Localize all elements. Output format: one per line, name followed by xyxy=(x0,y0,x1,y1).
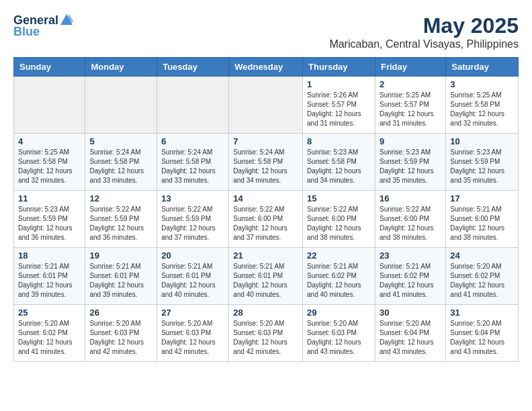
day-cell: 24Sunrise: 5:20 AM Sunset: 6:02 PM Dayli… xyxy=(446,248,519,305)
week-row-3: 11Sunrise: 5:23 AM Sunset: 5:59 PM Dayli… xyxy=(14,191,519,248)
day-cell: 11Sunrise: 5:23 AM Sunset: 5:59 PM Dayli… xyxy=(14,191,85,248)
day-cell: 2Sunrise: 5:25 AM Sunset: 5:57 PM Daylig… xyxy=(375,77,445,134)
day-number: 6 xyxy=(161,136,224,146)
day-cell: 19Sunrise: 5:21 AM Sunset: 6:01 PM Dayli… xyxy=(85,248,157,305)
day-number: 31 xyxy=(450,308,514,318)
main-title: May 2025 xyxy=(329,13,519,38)
day-cell: 5Sunrise: 5:24 AM Sunset: 5:58 PM Daylig… xyxy=(85,134,157,191)
day-number: 12 xyxy=(89,193,152,203)
day-info: Sunrise: 5:20 AM Sunset: 6:04 PM Dayligh… xyxy=(450,319,514,357)
title-area: May 2025 Maricaban, Central Visayas, Phi… xyxy=(329,13,519,50)
day-number: 25 xyxy=(18,308,81,318)
calendar-table: SundayMondayTuesdayWednesdayThursdayFrid… xyxy=(13,57,519,362)
day-cell xyxy=(229,77,303,134)
day-cell: 26Sunrise: 5:20 AM Sunset: 6:03 PM Dayli… xyxy=(85,305,157,362)
day-info: Sunrise: 5:23 AM Sunset: 5:59 PM Dayligh… xyxy=(380,148,441,185)
day-cell: 27Sunrise: 5:20 AM Sunset: 6:03 PM Dayli… xyxy=(157,305,229,362)
day-cell: 12Sunrise: 5:22 AM Sunset: 5:59 PM Dayli… xyxy=(85,191,157,248)
day-number: 18 xyxy=(18,250,81,261)
logo-blue-text: Blue xyxy=(13,25,40,39)
day-number: 3 xyxy=(450,79,514,89)
day-cell: 9Sunrise: 5:23 AM Sunset: 5:59 PM Daylig… xyxy=(375,134,445,191)
day-info: Sunrise: 5:23 AM Sunset: 5:58 PM Dayligh… xyxy=(307,148,371,185)
column-header-sunday: Sunday xyxy=(14,58,85,77)
column-header-saturday: Saturday xyxy=(446,58,519,77)
day-cell: 3Sunrise: 5:25 AM Sunset: 5:58 PM Daylig… xyxy=(446,77,519,134)
day-cell: 14Sunrise: 5:22 AM Sunset: 6:00 PM Dayli… xyxy=(229,191,303,248)
day-info: Sunrise: 5:25 AM Sunset: 5:58 PM Dayligh… xyxy=(450,91,514,128)
day-info: Sunrise: 5:20 AM Sunset: 6:02 PM Dayligh… xyxy=(18,319,81,357)
day-info: Sunrise: 5:22 AM Sunset: 6:00 PM Dayligh… xyxy=(233,205,298,242)
day-info: Sunrise: 5:22 AM Sunset: 6:00 PM Dayligh… xyxy=(307,205,371,242)
day-info: Sunrise: 5:23 AM Sunset: 5:59 PM Dayligh… xyxy=(450,148,514,185)
day-cell: 20Sunrise: 5:21 AM Sunset: 6:01 PM Dayli… xyxy=(157,248,229,305)
day-cell: 25Sunrise: 5:20 AM Sunset: 6:02 PM Dayli… xyxy=(14,305,85,362)
day-number: 19 xyxy=(89,250,152,261)
day-info: Sunrise: 5:20 AM Sunset: 6:03 PM Dayligh… xyxy=(161,319,224,357)
logo-icon xyxy=(59,13,74,28)
day-info: Sunrise: 5:24 AM Sunset: 5:58 PM Dayligh… xyxy=(89,148,152,185)
day-cell: 15Sunrise: 5:22 AM Sunset: 6:00 PM Dayli… xyxy=(303,191,375,248)
day-cell xyxy=(14,77,85,134)
day-info: Sunrise: 5:24 AM Sunset: 5:58 PM Dayligh… xyxy=(161,148,224,185)
day-info: Sunrise: 5:26 AM Sunset: 5:57 PM Dayligh… xyxy=(307,91,371,128)
day-info: Sunrise: 5:21 AM Sunset: 6:02 PM Dayligh… xyxy=(307,262,371,300)
header-row: SundayMondayTuesdayWednesdayThursdayFrid… xyxy=(14,58,519,77)
day-info: Sunrise: 5:20 AM Sunset: 6:04 PM Dayligh… xyxy=(380,319,441,357)
day-info: Sunrise: 5:20 AM Sunset: 6:03 PM Dayligh… xyxy=(307,319,371,357)
day-number: 9 xyxy=(380,136,441,146)
day-number: 26 xyxy=(89,308,152,318)
day-info: Sunrise: 5:21 AM Sunset: 6:01 PM Dayligh… xyxy=(161,262,224,300)
day-cell: 23Sunrise: 5:21 AM Sunset: 6:02 PM Dayli… xyxy=(375,248,445,305)
week-row-2: 4Sunrise: 5:25 AM Sunset: 5:58 PM Daylig… xyxy=(14,134,519,191)
day-cell: 21Sunrise: 5:21 AM Sunset: 6:01 PM Dayli… xyxy=(229,248,303,305)
day-number: 7 xyxy=(233,136,298,146)
day-info: Sunrise: 5:22 AM Sunset: 5:59 PM Dayligh… xyxy=(89,205,152,242)
day-number: 2 xyxy=(380,79,441,89)
day-number: 27 xyxy=(161,308,224,318)
day-number: 17 xyxy=(450,193,514,203)
column-header-thursday: Thursday xyxy=(303,58,375,77)
subtitle: Maricaban, Central Visayas, Philippines xyxy=(329,38,519,50)
day-cell: 22Sunrise: 5:21 AM Sunset: 6:02 PM Dayli… xyxy=(303,248,375,305)
day-info: Sunrise: 5:21 AM Sunset: 6:01 PM Dayligh… xyxy=(233,262,298,300)
day-cell xyxy=(157,77,229,134)
day-number: 1 xyxy=(307,79,371,89)
day-info: Sunrise: 5:20 AM Sunset: 6:02 PM Dayligh… xyxy=(450,262,514,300)
day-info: Sunrise: 5:25 AM Sunset: 5:57 PM Dayligh… xyxy=(380,91,441,128)
column-header-friday: Friday xyxy=(375,58,445,77)
day-number: 5 xyxy=(89,136,152,146)
day-info: Sunrise: 5:22 AM Sunset: 6:00 PM Dayligh… xyxy=(380,205,441,242)
day-cell: 28Sunrise: 5:20 AM Sunset: 6:03 PM Dayli… xyxy=(229,305,303,362)
day-info: Sunrise: 5:24 AM Sunset: 5:58 PM Dayligh… xyxy=(233,148,298,185)
day-number: 23 xyxy=(380,250,441,261)
day-cell: 29Sunrise: 5:20 AM Sunset: 6:03 PM Dayli… xyxy=(303,305,375,362)
day-number: 15 xyxy=(307,193,371,203)
day-cell: 8Sunrise: 5:23 AM Sunset: 5:58 PM Daylig… xyxy=(303,134,375,191)
day-cell: 6Sunrise: 5:24 AM Sunset: 5:58 PM Daylig… xyxy=(157,134,229,191)
day-cell xyxy=(85,77,157,134)
day-info: Sunrise: 5:20 AM Sunset: 6:03 PM Dayligh… xyxy=(233,319,298,357)
day-info: Sunrise: 5:25 AM Sunset: 5:58 PM Dayligh… xyxy=(18,148,81,185)
day-number: 28 xyxy=(233,308,298,318)
day-number: 20 xyxy=(161,250,224,261)
day-cell: 4Sunrise: 5:25 AM Sunset: 5:58 PM Daylig… xyxy=(14,134,85,191)
day-number: 11 xyxy=(18,193,81,203)
day-cell: 10Sunrise: 5:23 AM Sunset: 5:59 PM Dayli… xyxy=(446,134,519,191)
week-row-5: 25Sunrise: 5:20 AM Sunset: 6:02 PM Dayli… xyxy=(14,305,519,362)
day-number: 21 xyxy=(233,250,298,261)
day-number: 14 xyxy=(233,193,298,203)
day-cell: 18Sunrise: 5:21 AM Sunset: 6:01 PM Dayli… xyxy=(14,248,85,305)
day-info: Sunrise: 5:23 AM Sunset: 5:59 PM Dayligh… xyxy=(18,205,81,242)
column-header-wednesday: Wednesday xyxy=(229,58,303,77)
day-number: 13 xyxy=(161,193,224,203)
day-number: 4 xyxy=(18,136,81,146)
day-info: Sunrise: 5:21 AM Sunset: 6:02 PM Dayligh… xyxy=(380,262,441,300)
day-number: 16 xyxy=(380,193,441,203)
day-number: 29 xyxy=(307,308,371,318)
column-header-monday: Monday xyxy=(85,58,157,77)
day-number: 30 xyxy=(380,308,441,318)
logo: General Blue xyxy=(13,13,74,39)
day-number: 8 xyxy=(307,136,371,146)
week-row-1: 1Sunrise: 5:26 AM Sunset: 5:57 PM Daylig… xyxy=(14,77,519,134)
